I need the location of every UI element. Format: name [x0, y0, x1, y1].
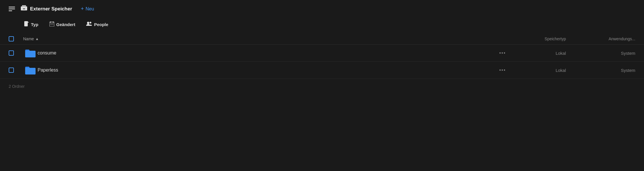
svg-rect-4 — [22, 5, 26, 7]
folder-count-label: 2 Ordner — [9, 84, 25, 89]
filter-typ-label: Typ — [31, 22, 38, 27]
svg-rect-0 — [9, 7, 15, 8]
sort-arrow-icon: ▲ — [35, 37, 39, 41]
people-icon — [86, 21, 92, 27]
table-row[interactable]: Paperless ••• Lokal System — [0, 62, 644, 79]
row-actions: ••• — [497, 49, 508, 57]
row-checkbox-col — [9, 50, 23, 56]
svg-rect-9 — [53, 21, 53, 23]
svg-rect-2 — [9, 10, 12, 11]
header-application-col[interactable]: Anwendungs... — [578, 37, 635, 41]
row-checkbox-col — [9, 68, 23, 73]
filter-geaendert-label: Geändert — [56, 22, 75, 27]
filter-geaendert-button[interactable]: Geändert — [45, 20, 79, 29]
filter-people-label: People — [94, 22, 108, 27]
row-checkbox-consume[interactable] — [9, 50, 14, 56]
filter-people-button[interactable]: People — [82, 20, 112, 29]
filter-typ-button[interactable]: Typ — [20, 19, 42, 29]
svg-rect-5 — [23, 8, 25, 9]
header-storage-type-col[interactable]: Speichertyp — [514, 37, 578, 41]
folder-icon — [25, 66, 36, 74]
select-all-checkbox[interactable] — [9, 36, 14, 41]
document-icon — [24, 21, 29, 28]
top-bar: Externer Speicher + Neu — [0, 0, 644, 18]
hamburger-icon[interactable] — [9, 7, 15, 11]
svg-rect-7 — [49, 22, 54, 26]
folder-icon-wrapper — [23, 49, 38, 57]
row-name: Paperless — [38, 68, 497, 73]
table-row[interactable]: consume ••• Lokal System — [0, 45, 644, 62]
row-name: consume — [38, 50, 497, 56]
app-container: Externer Speicher + Neu Typ — [0, 0, 644, 171]
application-column-label: Anwendungs... — [608, 37, 635, 41]
row-actions: ••• — [497, 66, 508, 74]
svg-rect-10 — [50, 24, 54, 24]
table-body: consume ••• Lokal System Paperless — [0, 45, 644, 79]
row-checkbox-paperless[interactable] — [9, 68, 14, 73]
filter-bar: Typ Geändert Peo — [0, 18, 644, 33]
svg-rect-8 — [50, 21, 51, 23]
row-storage-type: Lokal — [514, 68, 578, 73]
plus-icon: + — [81, 6, 84, 12]
storage-icon — [21, 5, 27, 12]
calendar-icon — [49, 21, 54, 28]
page-title: Externer Speicher — [30, 6, 72, 12]
header-checkbox-col — [9, 36, 23, 41]
new-button[interactable]: + Neu — [81, 6, 94, 12]
new-button-label: Neu — [86, 6, 94, 12]
footer: 2 Ordner — [0, 79, 644, 94]
row-application: System — [578, 68, 635, 73]
storage-type-column-label: Speichertyp — [545, 37, 566, 41]
row-menu-button[interactable]: ••• — [497, 49, 508, 57]
title-area: Externer Speicher — [21, 5, 72, 12]
table-header: Name ▲ Speichertyp Anwendungs... — [0, 33, 644, 45]
folder-icon — [25, 49, 36, 57]
name-column-label: Name — [23, 37, 34, 41]
row-menu-button[interactable]: ••• — [497, 66, 508, 74]
svg-point-12 — [90, 22, 91, 23]
row-application: System — [578, 51, 635, 56]
svg-point-11 — [87, 22, 89, 24]
header-name-col[interactable]: Name ▲ — [23, 37, 514, 41]
folder-icon-wrapper — [23, 66, 38, 74]
svg-rect-1 — [9, 8, 15, 9]
row-storage-type: Lokal — [514, 51, 578, 56]
svg-rect-6 — [24, 21, 28, 26]
